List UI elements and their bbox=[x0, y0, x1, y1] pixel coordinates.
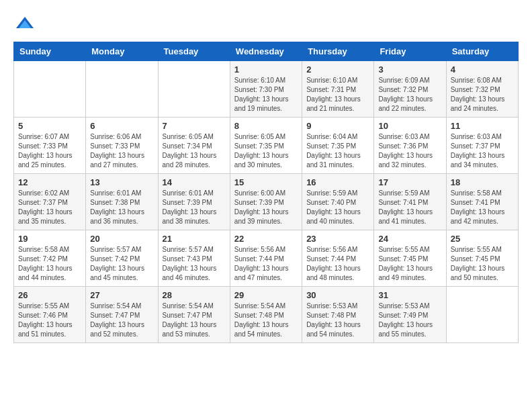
day-number: 31 bbox=[378, 290, 441, 300]
day-number: 8 bbox=[234, 121, 298, 131]
day-content: Sunrise: 5:54 AM Sunset: 7:47 PM Dayligh… bbox=[163, 302, 226, 339]
day-number: 10 bbox=[378, 121, 441, 131]
day-content: Sunrise: 5:59 AM Sunset: 7:41 PM Dayligh… bbox=[378, 189, 441, 226]
day-content: Sunrise: 6:06 AM Sunset: 7:33 PM Dayligh… bbox=[90, 132, 153, 170]
weekday-friday: Friday bbox=[374, 42, 446, 61]
day-content: Sunrise: 6:01 AM Sunset: 7:38 PM Dayligh… bbox=[90, 189, 153, 226]
calendar-week-3: 12Sunrise: 6:02 AM Sunset: 7:37 PM Dayli… bbox=[14, 174, 519, 230]
day-content: Sunrise: 6:02 AM Sunset: 7:37 PM Dayligh… bbox=[18, 189, 81, 226]
calendar-day-11: 11Sunrise: 6:03 AM Sunset: 7:37 PM Dayli… bbox=[446, 118, 518, 174]
calendar-day-5: 5Sunrise: 6:07 AM Sunset: 7:33 PM Daylig… bbox=[14, 118, 86, 174]
day-content: Sunrise: 6:01 AM Sunset: 7:39 PM Dayligh… bbox=[163, 189, 226, 226]
calendar-day-23: 23Sunrise: 5:56 AM Sunset: 7:44 PM Dayli… bbox=[302, 230, 374, 287]
calendar-day-6: 6Sunrise: 6:06 AM Sunset: 7:33 PM Daylig… bbox=[86, 118, 158, 174]
day-number: 22 bbox=[234, 234, 298, 244]
day-number: 28 bbox=[163, 290, 226, 300]
day-number: 23 bbox=[306, 234, 369, 244]
day-content: Sunrise: 6:04 AM Sunset: 7:35 PM Dayligh… bbox=[306, 132, 369, 170]
calendar-day-18: 18Sunrise: 5:58 AM Sunset: 7:41 PM Dayli… bbox=[446, 174, 518, 230]
calendar-day-17: 17Sunrise: 5:59 AM Sunset: 7:41 PM Dayli… bbox=[374, 174, 446, 230]
calendar-day-26: 26Sunrise: 5:55 AM Sunset: 7:46 PM Dayli… bbox=[14, 287, 86, 343]
day-content: Sunrise: 5:58 AM Sunset: 7:41 PM Dayligh… bbox=[451, 189, 514, 226]
calendar-day-13: 13Sunrise: 6:01 AM Sunset: 7:38 PM Dayli… bbox=[86, 174, 158, 230]
day-content: Sunrise: 6:05 AM Sunset: 7:34 PM Dayligh… bbox=[163, 132, 226, 170]
day-content: Sunrise: 6:03 AM Sunset: 7:36 PM Dayligh… bbox=[378, 132, 441, 170]
calendar-day-24: 24Sunrise: 5:55 AM Sunset: 7:45 PM Dayli… bbox=[374, 230, 446, 287]
day-number: 2 bbox=[306, 64, 369, 75]
day-content: Sunrise: 5:57 AM Sunset: 7:43 PM Dayligh… bbox=[163, 245, 226, 283]
day-number: 14 bbox=[163, 177, 226, 187]
calendar-week-5: 26Sunrise: 5:55 AM Sunset: 7:46 PM Dayli… bbox=[14, 287, 519, 343]
weekday-thursday: Thursday bbox=[302, 42, 374, 61]
calendar-day-12: 12Sunrise: 6:02 AM Sunset: 7:37 PM Dayli… bbox=[14, 174, 86, 230]
day-content: Sunrise: 6:08 AM Sunset: 7:32 PM Dayligh… bbox=[451, 76, 514, 113]
day-number: 11 bbox=[451, 121, 514, 131]
day-number: 4 bbox=[451, 64, 514, 75]
weekday-tuesday: Tuesday bbox=[158, 42, 230, 61]
day-content: Sunrise: 5:56 AM Sunset: 7:44 PM Dayligh… bbox=[306, 245, 369, 283]
calendar-day-21: 21Sunrise: 5:57 AM Sunset: 7:43 PM Dayli… bbox=[158, 230, 230, 287]
day-content: Sunrise: 5:59 AM Sunset: 7:40 PM Dayligh… bbox=[306, 189, 369, 226]
day-number: 6 bbox=[90, 121, 153, 131]
day-content: Sunrise: 5:55 AM Sunset: 7:46 PM Dayligh… bbox=[18, 302, 81, 339]
day-number: 15 bbox=[234, 177, 298, 187]
calendar-week-1: 1Sunrise: 6:10 AM Sunset: 7:30 PM Daylig… bbox=[14, 61, 519, 118]
calendar-week-2: 5Sunrise: 6:07 AM Sunset: 7:33 PM Daylig… bbox=[14, 118, 519, 174]
calendar-day-19: 19Sunrise: 5:58 AM Sunset: 7:42 PM Dayli… bbox=[14, 230, 86, 287]
day-content: Sunrise: 5:58 AM Sunset: 7:42 PM Dayligh… bbox=[18, 245, 81, 283]
day-content: Sunrise: 6:03 AM Sunset: 7:37 PM Dayligh… bbox=[451, 132, 514, 170]
empty-cell bbox=[158, 61, 230, 118]
weekday-header-row: SundayMondayTuesdayWednesdayThursdayFrid… bbox=[14, 42, 519, 61]
calendar-table: SundayMondayTuesdayWednesdayThursdayFrid… bbox=[13, 42, 519, 343]
day-content: Sunrise: 6:00 AM Sunset: 7:39 PM Dayligh… bbox=[234, 189, 298, 226]
calendar-day-25: 25Sunrise: 5:55 AM Sunset: 7:45 PM Dayli… bbox=[446, 230, 518, 287]
logo bbox=[13, 13, 35, 31]
calendar-day-2: 2Sunrise: 6:10 AM Sunset: 7:31 PM Daylig… bbox=[302, 61, 374, 118]
calendar-day-22: 22Sunrise: 5:56 AM Sunset: 7:44 PM Dayli… bbox=[230, 230, 302, 287]
calendar-day-30: 30Sunrise: 5:53 AM Sunset: 7:48 PM Dayli… bbox=[302, 287, 374, 343]
day-number: 12 bbox=[18, 177, 81, 187]
day-content: Sunrise: 5:53 AM Sunset: 7:48 PM Dayligh… bbox=[306, 302, 369, 339]
weekday-wednesday: Wednesday bbox=[230, 42, 302, 61]
logo-icon bbox=[15, 13, 35, 34]
day-content: Sunrise: 5:55 AM Sunset: 7:45 PM Dayligh… bbox=[451, 245, 514, 283]
day-number: 21 bbox=[163, 234, 226, 244]
empty-cell bbox=[446, 287, 518, 343]
calendar-day-20: 20Sunrise: 5:57 AM Sunset: 7:42 PM Dayli… bbox=[86, 230, 158, 287]
calendar-day-10: 10Sunrise: 6:03 AM Sunset: 7:36 PM Dayli… bbox=[374, 118, 446, 174]
day-content: Sunrise: 5:54 AM Sunset: 7:48 PM Dayligh… bbox=[234, 302, 298, 339]
day-content: Sunrise: 6:10 AM Sunset: 7:31 PM Dayligh… bbox=[306, 76, 369, 113]
calendar-day-29: 29Sunrise: 5:54 AM Sunset: 7:48 PM Dayli… bbox=[230, 287, 302, 343]
calendar-day-16: 16Sunrise: 5:59 AM Sunset: 7:40 PM Dayli… bbox=[302, 174, 374, 230]
day-number: 13 bbox=[90, 177, 153, 187]
day-number: 26 bbox=[18, 290, 81, 300]
day-number: 16 bbox=[306, 177, 369, 187]
calendar-day-1: 1Sunrise: 6:10 AM Sunset: 7:30 PM Daylig… bbox=[230, 61, 302, 118]
day-number: 24 bbox=[378, 234, 441, 244]
calendar-day-28: 28Sunrise: 5:54 AM Sunset: 7:47 PM Dayli… bbox=[158, 287, 230, 343]
calendar-day-27: 27Sunrise: 5:54 AM Sunset: 7:47 PM Dayli… bbox=[86, 287, 158, 343]
empty-cell bbox=[14, 61, 86, 118]
day-content: Sunrise: 5:53 AM Sunset: 7:49 PM Dayligh… bbox=[378, 302, 441, 339]
day-number: 5 bbox=[18, 121, 81, 131]
day-number: 18 bbox=[451, 177, 514, 187]
calendar-day-8: 8Sunrise: 6:05 AM Sunset: 7:35 PM Daylig… bbox=[230, 118, 302, 174]
day-content: Sunrise: 6:09 AM Sunset: 7:32 PM Dayligh… bbox=[378, 76, 441, 113]
calendar-day-3: 3Sunrise: 6:09 AM Sunset: 7:32 PM Daylig… bbox=[374, 61, 446, 118]
day-content: Sunrise: 5:56 AM Sunset: 7:44 PM Dayligh… bbox=[234, 245, 298, 283]
page-header bbox=[13, 13, 519, 31]
calendar-day-15: 15Sunrise: 6:00 AM Sunset: 7:39 PM Dayli… bbox=[230, 174, 302, 230]
day-content: Sunrise: 6:05 AM Sunset: 7:35 PM Dayligh… bbox=[234, 132, 298, 170]
weekday-sunday: Sunday bbox=[14, 42, 86, 61]
day-number: 27 bbox=[90, 290, 153, 300]
day-content: Sunrise: 5:54 AM Sunset: 7:47 PM Dayligh… bbox=[90, 302, 153, 339]
calendar-week-4: 19Sunrise: 5:58 AM Sunset: 7:42 PM Dayli… bbox=[14, 230, 519, 287]
calendar-day-14: 14Sunrise: 6:01 AM Sunset: 7:39 PM Dayli… bbox=[158, 174, 230, 230]
calendar-day-9: 9Sunrise: 6:04 AM Sunset: 7:35 PM Daylig… bbox=[302, 118, 374, 174]
calendar-day-7: 7Sunrise: 6:05 AM Sunset: 7:34 PM Daylig… bbox=[158, 118, 230, 174]
day-content: Sunrise: 5:57 AM Sunset: 7:42 PM Dayligh… bbox=[90, 245, 153, 283]
empty-cell bbox=[86, 61, 158, 118]
weekday-saturday: Saturday bbox=[446, 42, 518, 61]
day-number: 1 bbox=[234, 64, 298, 75]
day-number: 17 bbox=[378, 177, 441, 187]
